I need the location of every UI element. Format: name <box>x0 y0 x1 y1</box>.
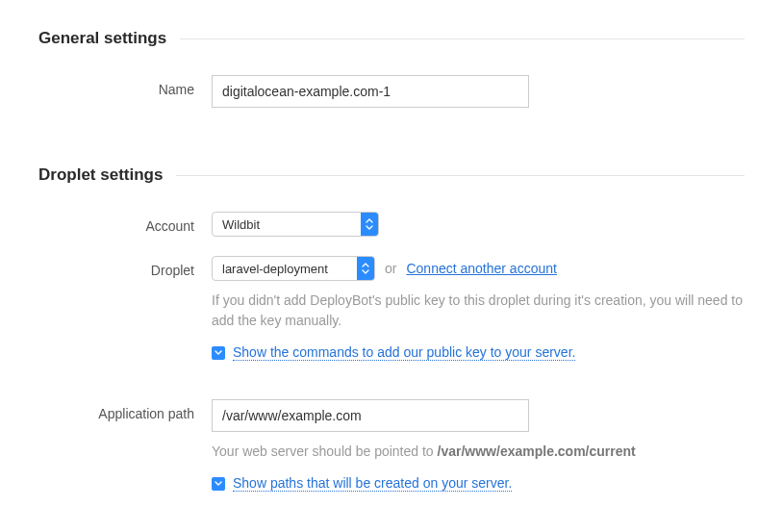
droplet-settings-heading: Droplet settings <box>38 165 745 185</box>
show-paths-link[interactable]: Show paths that will be created on your … <box>233 475 512 492</box>
show-commands-link[interactable]: Show the commands to add our public key … <box>233 344 575 361</box>
droplet-helper-text: If you didn't add DeployBot's public key… <box>212 291 745 331</box>
app-path-label: Application path <box>38 399 212 421</box>
show-commands-toggle[interactable]: Show the commands to add our public key … <box>212 344 745 361</box>
chevron-down-icon <box>212 346 225 360</box>
account-select-value: Wildbit <box>222 217 260 232</box>
select-updown-icon <box>357 257 374 280</box>
or-text: or <box>385 261 396 276</box>
chevron-down-icon <box>212 477 225 491</box>
heading-divider <box>180 38 745 39</box>
droplet-label: Droplet <box>38 256 212 278</box>
name-input[interactable] <box>212 75 529 108</box>
show-paths-toggle[interactable]: Show paths that will be created on your … <box>212 475 745 492</box>
droplet-settings-title: Droplet settings <box>38 165 163 185</box>
account-label: Account <box>38 212 212 234</box>
account-select[interactable]: Wildbit <box>212 212 379 237</box>
general-settings-heading: General settings <box>38 29 745 48</box>
app-path-helper-bold: /var/www/example.com/current <box>438 443 636 459</box>
droplet-row: Droplet laravel-deployment or Connect an… <box>38 256 745 361</box>
name-label: Name <box>38 75 212 97</box>
heading-divider <box>176 175 745 176</box>
app-path-input[interactable] <box>212 399 529 432</box>
select-updown-icon <box>361 213 378 236</box>
account-row: Account Wildbit <box>38 212 745 237</box>
name-row: Name <box>38 75 745 108</box>
app-path-helper-text: Your web server should be pointed to /va… <box>212 442 745 462</box>
app-path-row: Application path Your web server should … <box>38 399 745 492</box>
droplet-select-value: laravel-deployment <box>222 262 328 276</box>
connect-another-account-link[interactable]: Connect another account <box>406 261 556 276</box>
general-settings-title: General settings <box>38 29 166 48</box>
droplet-select[interactable]: laravel-deployment <box>212 256 375 281</box>
